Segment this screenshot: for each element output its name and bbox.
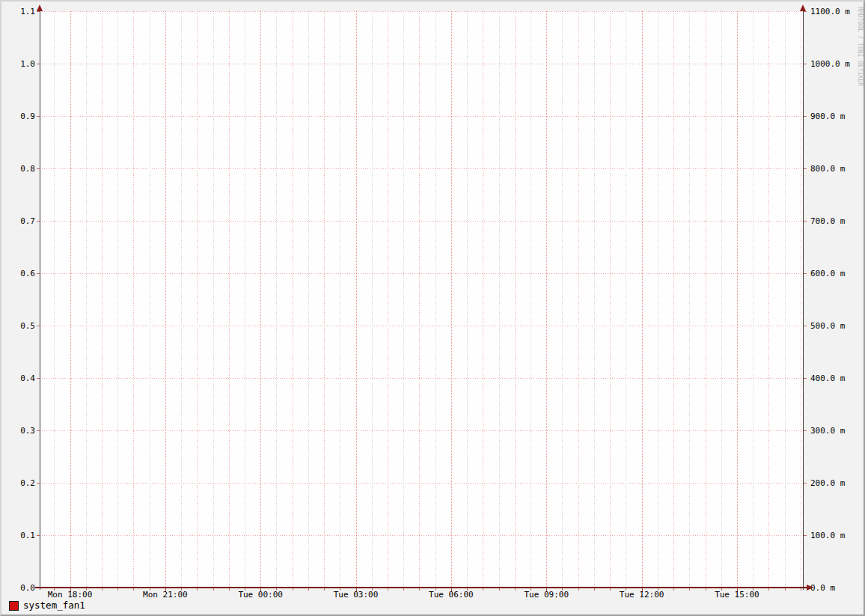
gridline-v <box>197 11 198 588</box>
y-axis-left-label: 0.1 <box>1 531 35 540</box>
x-tick <box>801 588 801 591</box>
gridline-v <box>133 11 134 588</box>
gridline-v <box>562 11 563 588</box>
gridline-v <box>658 11 658 588</box>
gridline-v <box>102 11 103 588</box>
gridline-v <box>213 11 214 588</box>
gridline-v <box>276 11 277 588</box>
gridline-v <box>70 11 71 588</box>
gridline-v <box>308 11 309 588</box>
y-axis-right-label: 1100.0 m <box>810 7 850 16</box>
gridline-v <box>642 11 643 588</box>
y-axis-left-label: 0.5 <box>1 322 35 330</box>
x-axis-line <box>35 587 807 588</box>
gridline-h <box>40 378 803 379</box>
gridline-v <box>467 11 468 588</box>
gridline-v <box>753 11 754 588</box>
y-axis-left-label: 0.2 <box>1 479 35 487</box>
gridline-v <box>260 11 261 588</box>
gridline-v <box>737 11 738 588</box>
x-axis-label: Tue 09:00 <box>505 591 587 600</box>
y-tick-right <box>804 116 807 117</box>
watermark-text: RRDTOOL / TOBI OETIKER <box>857 7 864 86</box>
y-tick-right <box>804 221 807 222</box>
y-axis-left-label: 0.4 <box>1 374 35 382</box>
y-axis-left-label: 0.6 <box>1 269 35 278</box>
y-axis-arrow-right <box>800 4 806 11</box>
y-tick-right <box>804 483 807 484</box>
gridline-h <box>40 326 803 326</box>
plot-canvas <box>40 11 803 588</box>
gridline-v <box>86 11 87 588</box>
y-axis-right-label: 300.0 m <box>810 427 845 435</box>
gridline-h <box>40 116 803 117</box>
y-tick-right <box>804 273 807 274</box>
y-axis-right-label: 800.0 m <box>810 165 845 173</box>
x-axis-label: Mon 18:00 <box>29 591 111 600</box>
gridline-v <box>340 11 340 588</box>
x-axis-label: Tue 03:00 <box>315 591 397 600</box>
y-tick-right <box>804 535 807 536</box>
x-axis-arrow <box>807 585 813 591</box>
gridline-v <box>689 11 690 588</box>
gridline-v <box>721 11 722 588</box>
y-axis-right-label: 500.0 m <box>810 322 845 330</box>
gridline-v <box>801 11 801 588</box>
x-axis-label: Mon 21:00 <box>124 591 207 600</box>
gridline-v <box>54 11 55 588</box>
gridline-v <box>419 11 420 588</box>
x-tick <box>213 588 214 591</box>
gridline-v <box>673 11 674 588</box>
y-axis-right-label: 200.0 m <box>810 479 845 487</box>
gridline-v <box>403 11 404 588</box>
gridline-v <box>594 11 595 588</box>
gridline-v <box>324 11 325 588</box>
gridline-v <box>293 11 293 588</box>
gridline-v <box>483 11 483 588</box>
gridline-v <box>515 11 516 588</box>
x-axis-label: Tue 15:00 <box>696 591 778 600</box>
y-axis-left-label: 0.7 <box>1 217 35 225</box>
gridline-v <box>372 11 373 588</box>
gridline-h <box>40 64 803 64</box>
gridline-v <box>626 11 626 588</box>
y-axis-right-label: 600.0 m <box>810 269 845 278</box>
gridline-h <box>40 483 803 484</box>
gridline-h <box>40 168 803 169</box>
gridline-h <box>40 535 803 536</box>
x-tick <box>594 588 595 591</box>
x-tick <box>689 588 690 591</box>
gridline-v <box>451 11 452 588</box>
gridline-h <box>40 430 803 431</box>
y-axis-right-label: 100.0 m <box>810 531 845 540</box>
gridline-v <box>578 11 579 588</box>
gridline-v <box>546 11 547 588</box>
y-axis-left-label: 1.1 <box>1 7 35 16</box>
x-axis-label: Tue 12:00 <box>601 591 683 600</box>
y-axis-line-right <box>803 7 804 590</box>
y-axis-right-label: 900.0 m <box>810 112 845 121</box>
x-axis-label: Tue 00:00 <box>219 591 302 600</box>
x-axis-label: Tue 06:00 <box>410 591 492 600</box>
y-axis-arrow-left <box>37 4 43 11</box>
rrdtool-graph: 0.00.0 m0.1100.0 m0.2200.0 m0.3300.0 m0.… <box>0 0 865 616</box>
legend-series-label: system_fan1 <box>23 600 85 611</box>
gridline-v <box>229 11 230 588</box>
gridline-h <box>40 273 803 274</box>
gridline-v <box>499 11 500 588</box>
y-tick-right <box>804 378 807 379</box>
y-tick-right <box>804 430 807 431</box>
gridline-v <box>245 11 245 588</box>
gridline-v <box>117 11 118 588</box>
y-axis-line-left <box>40 7 40 590</box>
x-tick <box>308 588 309 591</box>
x-tick <box>117 588 118 591</box>
gridline-v <box>706 11 706 588</box>
gridline-v <box>181 11 182 588</box>
y-axis-right-label: 1000.0 m <box>810 60 850 68</box>
gridline-v <box>610 11 611 588</box>
gridline-h <box>40 221 803 222</box>
y-axis-left-label: 0.8 <box>1 165 35 173</box>
gridline-v <box>388 11 388 588</box>
y-axis-left-label: 1.0 <box>1 60 35 68</box>
